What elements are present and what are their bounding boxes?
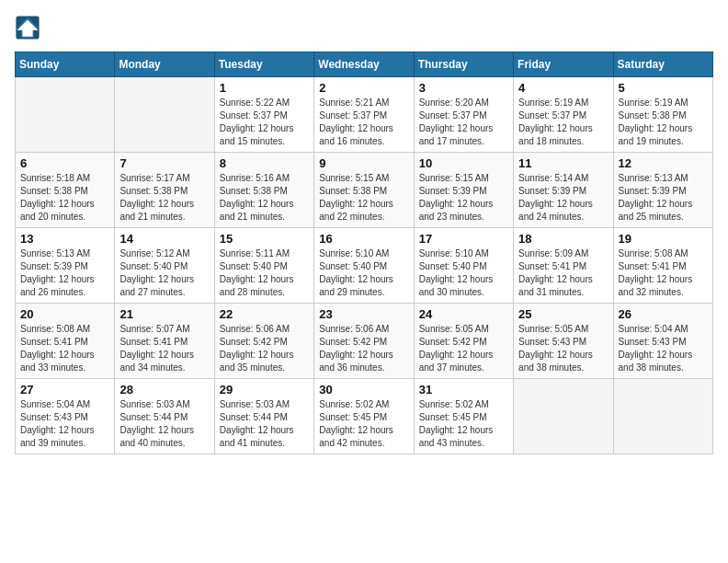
- day-info: Sunrise: 5:21 AM Sunset: 5:37 PM Dayligh…: [319, 97, 408, 148]
- day-number: 9: [319, 156, 408, 170]
- day-info: Sunrise: 5:14 AM Sunset: 5:39 PM Dayligh…: [518, 172, 608, 224]
- day-number: 11: [518, 156, 608, 170]
- calendar-cell: 22Sunrise: 5:06 AM Sunset: 5:42 PM Dayli…: [214, 304, 313, 379]
- calendar-cell: 15Sunrise: 5:11 AM Sunset: 5:40 PM Dayli…: [214, 228, 313, 304]
- calendar-cell: 8Sunrise: 5:16 AM Sunset: 5:38 PM Daylig…: [214, 153, 313, 228]
- calendar-cell: 24Sunrise: 5:05 AM Sunset: 5:42 PM Dayli…: [414, 304, 513, 379]
- calendar-cell: [514, 379, 613, 454]
- day-number: 19: [619, 232, 708, 246]
- calendar-cell: 4Sunrise: 5:19 AM Sunset: 5:37 PM Daylig…: [514, 77, 613, 153]
- weekday-wednesday: Wednesday: [314, 52, 414, 77]
- day-number: 1: [220, 81, 309, 95]
- day-info: Sunrise: 5:06 AM Sunset: 5:42 PM Dayligh…: [220, 323, 309, 374]
- day-info: Sunrise: 5:10 AM Sunset: 5:40 PM Dayligh…: [319, 247, 408, 299]
- calendar-cell: 29Sunrise: 5:03 AM Sunset: 5:44 PM Dayli…: [214, 379, 313, 454]
- calendar-cell: 19Sunrise: 5:08 AM Sunset: 5:41 PM Dayli…: [613, 228, 712, 304]
- calendar-cell: 28Sunrise: 5:03 AM Sunset: 5:44 PM Dayli…: [115, 379, 214, 454]
- day-info: Sunrise: 5:18 AM Sunset: 5:38 PM Dayligh…: [20, 172, 109, 224]
- calendar-cell: [613, 379, 712, 454]
- day-info: Sunrise: 5:06 AM Sunset: 5:42 PM Dayligh…: [319, 323, 408, 374]
- day-info: Sunrise: 5:09 AM Sunset: 5:41 PM Dayligh…: [518, 247, 608, 299]
- weekday-tuesday: Tuesday: [214, 52, 313, 77]
- day-number: 15: [220, 232, 309, 246]
- calendar-cell: 12Sunrise: 5:13 AM Sunset: 5:39 PM Dayli…: [613, 153, 712, 228]
- weekday-monday: Monday: [115, 52, 214, 77]
- day-number: 24: [419, 307, 508, 321]
- day-number: 27: [20, 383, 109, 396]
- day-number: 23: [319, 307, 408, 321]
- calendar-cell: 1Sunrise: 5:22 AM Sunset: 5:37 PM Daylig…: [214, 77, 313, 153]
- day-info: Sunrise: 5:05 AM Sunset: 5:43 PM Dayligh…: [518, 323, 608, 374]
- calendar-cell: 23Sunrise: 5:06 AM Sunset: 5:42 PM Dayli…: [314, 304, 414, 379]
- day-number: 14: [119, 232, 209, 246]
- day-number: 2: [319, 81, 408, 95]
- calendar-body: 1Sunrise: 5:22 AM Sunset: 5:37 PM Daylig…: [16, 77, 713, 454]
- day-info: Sunrise: 5:20 AM Sunset: 5:37 PM Dayligh…: [419, 97, 508, 148]
- logo: [15, 15, 44, 40]
- calendar-cell: 2Sunrise: 5:21 AM Sunset: 5:37 PM Daylig…: [314, 77, 414, 153]
- day-info: Sunrise: 5:16 AM Sunset: 5:38 PM Dayligh…: [220, 172, 309, 224]
- calendar-cell: 31Sunrise: 5:02 AM Sunset: 5:45 PM Dayli…: [414, 379, 513, 454]
- day-number: 25: [518, 307, 608, 321]
- weekday-thursday: Thursday: [414, 52, 513, 77]
- day-number: 16: [319, 232, 408, 246]
- day-number: 13: [20, 232, 109, 246]
- day-info: Sunrise: 5:19 AM Sunset: 5:38 PM Dayligh…: [619, 97, 708, 148]
- day-info: Sunrise: 5:15 AM Sunset: 5:38 PM Dayligh…: [319, 172, 408, 224]
- calendar-cell: 7Sunrise: 5:17 AM Sunset: 5:38 PM Daylig…: [115, 153, 214, 228]
- calendar-cell: 11Sunrise: 5:14 AM Sunset: 5:39 PM Dayli…: [514, 153, 613, 228]
- calendar-cell: 13Sunrise: 5:13 AM Sunset: 5:39 PM Dayli…: [16, 228, 115, 304]
- day-info: Sunrise: 5:05 AM Sunset: 5:42 PM Dayligh…: [419, 323, 508, 374]
- day-number: 20: [20, 307, 109, 321]
- day-info: Sunrise: 5:03 AM Sunset: 5:44 PM Dayligh…: [119, 398, 209, 450]
- day-info: Sunrise: 5:02 AM Sunset: 5:45 PM Dayligh…: [319, 398, 408, 450]
- weekday-friday: Friday: [514, 52, 613, 77]
- calendar-cell: 21Sunrise: 5:07 AM Sunset: 5:41 PM Dayli…: [115, 304, 214, 379]
- calendar-cell: 25Sunrise: 5:05 AM Sunset: 5:43 PM Dayli…: [514, 304, 613, 379]
- calendar-header: SundayMondayTuesdayWednesdayThursdayFrid…: [16, 52, 713, 77]
- day-number: 28: [119, 383, 209, 396]
- weekday-saturday: Saturday: [613, 52, 712, 77]
- day-info: Sunrise: 5:17 AM Sunset: 5:38 PM Dayligh…: [119, 172, 209, 224]
- calendar-cell: 5Sunrise: 5:19 AM Sunset: 5:38 PM Daylig…: [613, 77, 712, 153]
- day-number: 5: [619, 81, 708, 95]
- calendar-cell: [115, 77, 214, 153]
- calendar-cell: 3Sunrise: 5:20 AM Sunset: 5:37 PM Daylig…: [414, 77, 513, 153]
- calendar-cell: 30Sunrise: 5:02 AM Sunset: 5:45 PM Dayli…: [314, 379, 414, 454]
- day-number: 3: [419, 81, 508, 95]
- calendar-cell: 9Sunrise: 5:15 AM Sunset: 5:38 PM Daylig…: [314, 153, 414, 228]
- day-number: 26: [619, 307, 708, 321]
- calendar-cell: 6Sunrise: 5:18 AM Sunset: 5:38 PM Daylig…: [16, 153, 115, 228]
- day-info: Sunrise: 5:12 AM Sunset: 5:40 PM Dayligh…: [119, 247, 209, 299]
- calendar-cell: 16Sunrise: 5:10 AM Sunset: 5:40 PM Dayli…: [314, 228, 414, 304]
- weekday-header-row: SundayMondayTuesdayWednesdayThursdayFrid…: [16, 52, 713, 77]
- day-info: Sunrise: 5:04 AM Sunset: 5:43 PM Dayligh…: [619, 323, 708, 374]
- day-info: Sunrise: 5:08 AM Sunset: 5:41 PM Dayligh…: [20, 323, 109, 374]
- day-number: 17: [419, 232, 508, 246]
- calendar-cell: 26Sunrise: 5:04 AM Sunset: 5:43 PM Dayli…: [613, 304, 712, 379]
- day-info: Sunrise: 5:13 AM Sunset: 5:39 PM Dayligh…: [20, 247, 109, 299]
- calendar-week-4: 20Sunrise: 5:08 AM Sunset: 5:41 PM Dayli…: [16, 304, 713, 379]
- calendar-week-1: 1Sunrise: 5:22 AM Sunset: 5:37 PM Daylig…: [16, 77, 713, 153]
- day-info: Sunrise: 5:07 AM Sunset: 5:41 PM Dayligh…: [119, 323, 209, 374]
- day-info: Sunrise: 5:11 AM Sunset: 5:40 PM Dayligh…: [220, 247, 309, 299]
- day-number: 18: [518, 232, 608, 246]
- day-info: Sunrise: 5:15 AM Sunset: 5:39 PM Dayligh…: [419, 172, 508, 224]
- day-number: 22: [220, 307, 309, 321]
- day-info: Sunrise: 5:22 AM Sunset: 5:37 PM Dayligh…: [220, 97, 309, 148]
- day-info: Sunrise: 5:08 AM Sunset: 5:41 PM Dayligh…: [619, 247, 708, 299]
- calendar-week-3: 13Sunrise: 5:13 AM Sunset: 5:39 PM Dayli…: [16, 228, 713, 304]
- day-number: 7: [119, 156, 209, 170]
- day-info: Sunrise: 5:10 AM Sunset: 5:40 PM Dayligh…: [419, 247, 508, 299]
- day-info: Sunrise: 5:19 AM Sunset: 5:37 PM Dayligh…: [518, 97, 608, 148]
- calendar-week-2: 6Sunrise: 5:18 AM Sunset: 5:38 PM Daylig…: [16, 153, 713, 228]
- calendar-cell: 10Sunrise: 5:15 AM Sunset: 5:39 PM Dayli…: [414, 153, 513, 228]
- day-number: 6: [20, 156, 109, 170]
- day-number: 29: [220, 383, 309, 396]
- calendar-table: SundayMondayTuesdayWednesdayThursdayFrid…: [15, 52, 713, 454]
- calendar-cell: 18Sunrise: 5:09 AM Sunset: 5:41 PM Dayli…: [514, 228, 613, 304]
- logo-icon: [15, 15, 40, 40]
- day-number: 12: [619, 156, 708, 170]
- day-number: 30: [319, 383, 408, 396]
- day-number: 8: [220, 156, 309, 170]
